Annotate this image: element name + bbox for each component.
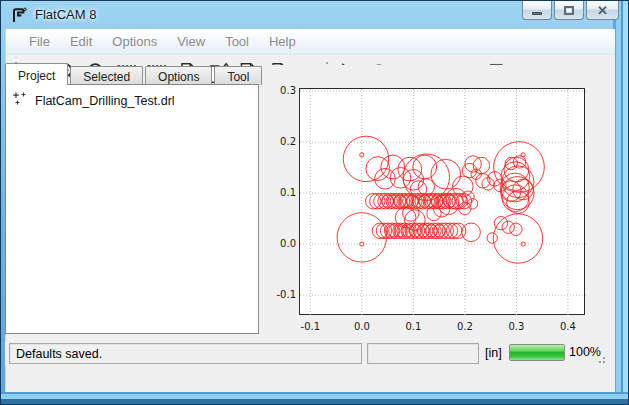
menu-options[interactable]: Options: [102, 31, 167, 52]
drill-hole-circle: [390, 168, 411, 189]
window-title: FlatCAM 8: [35, 7, 96, 22]
tab-options[interactable]: Options: [145, 66, 212, 85]
x-tick-label: 0.1: [396, 321, 430, 332]
menu-bar: FileEditOptionsViewToolHelp: [6, 29, 615, 55]
drill-hole-circle: [366, 194, 381, 209]
drill-hole-circle: [438, 223, 453, 238]
y-tick-label: 0.3: [266, 85, 296, 96]
project-tree-panel[interactable]: FlatCam_Drilling_Test.drl: [5, 84, 259, 334]
plot-figure: -0.10.00.10.20.30.4-0.10.00.10.20.3: [263, 65, 611, 366]
close-button[interactable]: ✕: [586, 1, 619, 20]
tree-item-label: FlatCam_Drilling_Test.drl: [35, 94, 175, 108]
drill-hole-circle: [507, 191, 530, 214]
minimize-button[interactable]: [522, 1, 552, 20]
drill-hole-circle: [451, 223, 466, 238]
x-tick-label: 0.4: [551, 321, 585, 332]
drill-hole-circle: [381, 155, 405, 179]
units-label: [in]: [485, 346, 502, 360]
maximize-button[interactable]: [554, 1, 584, 20]
drill-hole-circle: [502, 221, 514, 233]
drill-plot-svg: [300, 89, 586, 316]
status-bar: Defaults saved. [in] 100%: [5, 341, 611, 366]
tab-selected[interactable]: Selected: [70, 66, 143, 85]
y-tick-label: -0.1: [266, 289, 296, 300]
menu-view[interactable]: View: [167, 31, 215, 52]
drill-hole-circle: [493, 214, 542, 263]
y-tick-label: 0.1: [266, 187, 296, 198]
resize-grip-icon[interactable]: [595, 353, 605, 363]
drill-hole-circle: [510, 223, 522, 235]
y-tick-label: 0.2: [266, 136, 296, 147]
status-message: Defaults saved.: [9, 343, 362, 364]
drill-hole-circle: [521, 242, 525, 246]
menu-edit[interactable]: Edit: [60, 31, 102, 52]
y-tick-label: 0.0: [266, 238, 296, 249]
title-bar[interactable]: FlatCAM 8 ✕: [1, 1, 628, 29]
tab-tool[interactable]: Tool: [214, 66, 262, 85]
drill-hole-circle: [442, 223, 457, 238]
drill-hole-circle: [482, 178, 494, 190]
menu-file[interactable]: File: [19, 31, 60, 52]
tree-item[interactable]: FlatCam_Drilling_Test.drl: [6, 85, 258, 113]
maximize-icon: [564, 6, 574, 15]
minimize-icon: [532, 12, 542, 15]
drill-hole-circle: [370, 194, 385, 209]
drill-hole-circle: [360, 153, 364, 157]
drill-hole-circle: [494, 217, 507, 230]
close-icon: ✕: [597, 4, 608, 17]
drill-hole-circle: [380, 223, 395, 238]
x-tick-label: 0.3: [499, 321, 533, 332]
progress-bar: [509, 344, 565, 361]
plot-canvas[interactable]: -0.10.00.10.20.30.4-0.10.00.10.20.3: [299, 88, 585, 315]
menu-tool[interactable]: Tool: [215, 31, 259, 52]
tab-bar: ProjectSelectedOptionsTool: [5, 63, 264, 85]
window-border-right: [613, 1, 628, 404]
drill-hole-circle: [343, 136, 388, 181]
excellon-drill-icon: [12, 91, 29, 111]
x-tick-label: 0.0: [345, 321, 379, 332]
progress-fill: [510, 345, 564, 360]
window-border-bottom: [1, 392, 628, 404]
tab-project[interactable]: Project: [5, 63, 68, 85]
drill-hole-circle: [446, 223, 461, 238]
status-secondary-panel: [367, 343, 479, 364]
x-tick-label: -0.1: [293, 321, 327, 332]
menu-help[interactable]: Help: [259, 31, 306, 52]
x-tick-label: 0.2: [448, 321, 482, 332]
app-window: FlatCAM 8 ✕ FileEditOptionsViewToolHelp …: [0, 0, 629, 405]
drill-hole-circle: [487, 233, 497, 243]
drill-hole-circle: [462, 223, 481, 242]
drill-hole-circle: [431, 159, 461, 189]
flatcam-logo-icon: [10, 6, 28, 24]
drill-hole-circle: [505, 157, 517, 169]
